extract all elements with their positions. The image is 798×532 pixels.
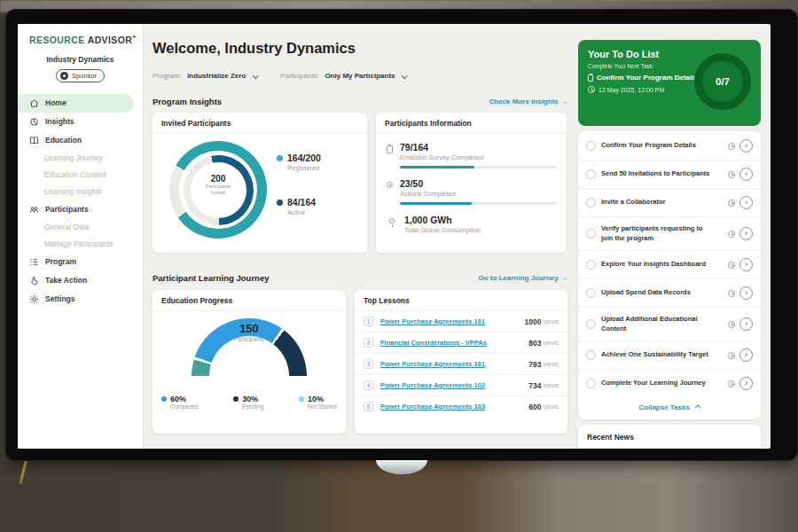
chevron-right-icon[interactable]: › bbox=[739, 258, 753, 271]
task-row[interactable]: Confirm Your Program Details › bbox=[578, 132, 761, 160]
chevron-right-icon[interactable]: › bbox=[739, 227, 753, 240]
completed-label: Completed bbox=[170, 403, 198, 410]
task-row[interactable]: Explore Your Insights Dashboard › bbox=[578, 250, 761, 278]
task-label: Invite a Collaborator bbox=[601, 198, 666, 207]
chevron-right-icon[interactable]: › bbox=[739, 317, 753, 331]
education-progress-card: Education Progress 150 Participants 60% … bbox=[153, 290, 346, 434]
notstarted-pct: 10% bbox=[308, 395, 337, 403]
task-checkbox[interactable] bbox=[586, 260, 596, 270]
lesson-row[interactable]: 3 Power Purchase Agreements 101 793 view… bbox=[355, 354, 567, 375]
task-checkbox[interactable] bbox=[586, 229, 596, 239]
sidebar-nav: Home Insights Education Learning Journey… bbox=[18, 94, 143, 309]
sidebar-item-education-content[interactable]: Education Content bbox=[18, 167, 143, 184]
lesson-row[interactable]: 4 Power Purchase Agreements 102 734 view… bbox=[355, 375, 567, 396]
chevron-right-icon[interactable]: › bbox=[739, 348, 753, 362]
go-to-learning-journey-link[interactable]: Go to Learning Journey → bbox=[479, 274, 567, 282]
donut-center-label: Invited bbox=[191, 190, 246, 196]
task-row[interactable]: Send 50 Invitations to Participants › bbox=[578, 160, 761, 188]
dashboard-screen: RESOURCE ADVISOR+ Industry Dynamics Spon… bbox=[18, 24, 771, 449]
active-dot-icon bbox=[277, 200, 283, 206]
sidebar-item-learning-insights[interactable]: Learning Insights bbox=[18, 184, 143, 200]
clipboard-icon bbox=[387, 145, 393, 153]
registered-label: Registered bbox=[287, 164, 321, 172]
section-title: Program Insights bbox=[153, 97, 222, 106]
sidebar-item-manage-participants[interactable]: Manage Participants bbox=[18, 236, 143, 253]
card-title: Education Progress bbox=[153, 290, 346, 311]
participants-information-card: Participants Information 79/164 Emission… bbox=[376, 113, 567, 253]
chevron-right-icon[interactable]: › bbox=[739, 139, 753, 153]
task-checkbox[interactable] bbox=[586, 141, 596, 151]
views-word: views bbox=[543, 382, 559, 388]
gear-icon bbox=[29, 294, 39, 304]
check-more-insights-link[interactable]: Check More Insights → bbox=[489, 98, 567, 106]
task-checkbox[interactable] bbox=[586, 288, 596, 298]
task-row[interactable]: Upload Spend Data Records › bbox=[578, 278, 761, 307]
book-icon bbox=[29, 136, 39, 145]
sidebar-item-insights[interactable]: Insights bbox=[18, 113, 143, 131]
program-filter[interactable]: Program: Industrialize Zero bbox=[153, 72, 257, 80]
task-checkbox[interactable] bbox=[586, 350, 596, 360]
task-row[interactable]: Upload Additional Educational Content › bbox=[578, 307, 761, 340]
task-row[interactable]: Invite a Collaborator › bbox=[578, 188, 761, 216]
chevron-down-icon bbox=[253, 73, 258, 78]
chevron-right-icon[interactable]: › bbox=[739, 377, 753, 390]
lesson-link[interactable]: Power Purchase Agreements 102 bbox=[380, 381, 485, 389]
chevron-right-icon[interactable]: › bbox=[739, 196, 753, 209]
task-checkbox[interactable] bbox=[586, 169, 596, 179]
card-title: Invited Participants bbox=[153, 113, 367, 134]
lesson-link[interactable]: Power Purchase Agreements 101 bbox=[380, 317, 485, 325]
donut-center-label: Participants bbox=[191, 184, 246, 190]
clock-icon bbox=[728, 290, 735, 297]
registered-value: 164/200 bbox=[287, 153, 321, 163]
clock-icon bbox=[728, 231, 735, 238]
pending-legend: 30% Pending bbox=[233, 395, 263, 410]
sidebar-item-settings[interactable]: Settings bbox=[18, 290, 143, 309]
collapse-tasks-link[interactable]: Collapse Tasks bbox=[578, 397, 761, 419]
sidebar-item-program[interactable]: Program bbox=[18, 253, 143, 271]
completed-pct: 60% bbox=[170, 395, 198, 403]
actions-value: 23/50 bbox=[400, 178, 556, 189]
active-value: 84/164 bbox=[287, 197, 316, 207]
lesson-row[interactable]: 2 Financial Considerations - VPPAs 803 v… bbox=[355, 332, 567, 354]
link-label: Check More Insights bbox=[489, 98, 559, 106]
people-icon bbox=[29, 205, 39, 215]
task-row[interactable]: Verify participants requesting to join t… bbox=[578, 216, 761, 250]
sidebar-item-take-action[interactable]: Take Action bbox=[18, 271, 143, 290]
sidebar-item-learning-journey[interactable]: Learning Journey bbox=[18, 150, 143, 167]
lesson-row[interactable]: 1 Power Purchase Agreements 101 1000 vie… bbox=[355, 311, 567, 332]
top-lessons-card: Top Lessons 1 Power Purchase Agreements … bbox=[355, 290, 567, 434]
participants-filter[interactable]: Participants: Only My Participants bbox=[280, 72, 406, 80]
link-label: Go to Learning Journey bbox=[479, 274, 559, 282]
lesson-row[interactable]: 5 Power Purchase Agreements 103 600 view… bbox=[355, 396, 567, 417]
org-name: Industry Dynamics bbox=[18, 55, 143, 64]
pending-pct: 30% bbox=[242, 395, 263, 403]
task-label: Verify participants requesting to join t… bbox=[601, 224, 706, 243]
sidebar: RESOURCE ADVISOR+ Industry Dynamics Spon… bbox=[18, 24, 144, 449]
chevron-right-icon[interactable]: › bbox=[739, 286, 753, 300]
sidebar-item-general-data[interactable]: General Data bbox=[18, 219, 143, 236]
task-checkbox[interactable] bbox=[586, 379, 596, 388]
lesson-link[interactable]: Power Purchase Agreements 103 bbox=[380, 403, 485, 411]
invited-participants-card: Invited Participants 200 Participants In… bbox=[153, 113, 367, 253]
sidebar-item-participants[interactable]: Participants bbox=[18, 200, 143, 219]
sidebar-item-education[interactable]: Education bbox=[18, 131, 143, 150]
lesson-link[interactable]: Financial Considerations - VPPAs bbox=[380, 339, 487, 347]
emission-value: 79/164 bbox=[400, 142, 556, 153]
actions-icon bbox=[387, 182, 393, 188]
todo-progress-value: 0/7 bbox=[716, 76, 730, 87]
task-row[interactable]: Achieve One Sustainability Target › bbox=[578, 340, 761, 369]
sidebar-item-home[interactable]: Home bbox=[18, 94, 134, 113]
task-checkbox[interactable] bbox=[586, 198, 596, 207]
sidebar-item-label: Take Action bbox=[45, 276, 87, 285]
card-title: Participants Information bbox=[376, 113, 567, 134]
clock-icon bbox=[588, 86, 595, 93]
home-icon bbox=[29, 98, 39, 108]
task-row[interactable]: Complete Your Learning Journey › bbox=[578, 369, 761, 397]
task-checkbox[interactable] bbox=[586, 319, 596, 329]
completed-dot-icon bbox=[161, 396, 167, 402]
recent-news-title: Recent News bbox=[578, 425, 761, 449]
gauge-label: Participants bbox=[153, 336, 346, 342]
clock-icon bbox=[728, 143, 735, 150]
chevron-right-icon[interactable]: › bbox=[739, 168, 753, 181]
lesson-link[interactable]: Power Purchase Agreements 101 bbox=[380, 360, 485, 368]
